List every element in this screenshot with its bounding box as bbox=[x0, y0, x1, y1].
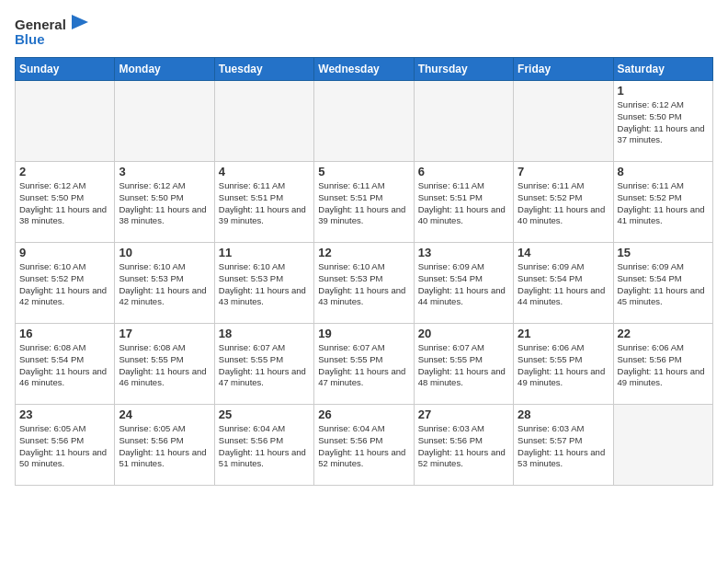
day-number: 5 bbox=[318, 165, 409, 178]
calendar-cell: 20Sunrise: 6:07 AM Sunset: 5:55 PM Dayli… bbox=[414, 324, 513, 405]
day-info: Sunrise: 6:10 AM Sunset: 5:53 PM Dayligh… bbox=[119, 261, 210, 308]
calendar-cell: 11Sunrise: 6:10 AM Sunset: 5:53 PM Dayli… bbox=[214, 243, 313, 324]
day-number: 12 bbox=[318, 246, 409, 259]
calendar-cell: 1Sunrise: 6:12 AM Sunset: 5:50 PM Daylig… bbox=[613, 81, 712, 162]
calendar-cell: 8Sunrise: 6:11 AM Sunset: 5:52 PM Daylig… bbox=[613, 162, 712, 243]
day-number: 8 bbox=[618, 165, 709, 178]
calendar-cell: 12Sunrise: 6:10 AM Sunset: 5:53 PM Dayli… bbox=[314, 243, 414, 324]
day-info: Sunrise: 6:10 AM Sunset: 5:53 PM Dayligh… bbox=[219, 261, 310, 308]
calendar-cell: 24Sunrise: 6:05 AM Sunset: 5:56 PM Dayli… bbox=[115, 405, 214, 486]
day-info: Sunrise: 6:09 AM Sunset: 5:54 PM Dayligh… bbox=[518, 261, 609, 308]
calendar-cell: 9Sunrise: 6:10 AM Sunset: 5:52 PM Daylig… bbox=[16, 243, 115, 324]
calendar-cell: 14Sunrise: 6:09 AM Sunset: 5:54 PM Dayli… bbox=[514, 243, 613, 324]
day-number: 18 bbox=[219, 327, 310, 340]
day-number: 21 bbox=[518, 327, 609, 340]
day-number: 17 bbox=[119, 327, 210, 340]
day-number: 7 bbox=[518, 165, 609, 178]
calendar-week-4: 16Sunrise: 6:08 AM Sunset: 5:54 PM Dayli… bbox=[16, 324, 713, 405]
calendar-cell: 18Sunrise: 6:07 AM Sunset: 5:55 PM Dayli… bbox=[214, 324, 313, 405]
svg-text:General: General bbox=[15, 17, 66, 32]
day-info: Sunrise: 6:11 AM Sunset: 5:52 PM Dayligh… bbox=[518, 180, 609, 227]
day-info: Sunrise: 6:10 AM Sunset: 5:53 PM Dayligh… bbox=[318, 261, 409, 308]
calendar-cell: 13Sunrise: 6:09 AM Sunset: 5:54 PM Dayli… bbox=[414, 243, 513, 324]
calendar-cell bbox=[514, 81, 613, 162]
calendar-cell: 27Sunrise: 6:03 AM Sunset: 5:56 PM Dayli… bbox=[414, 405, 513, 486]
calendar-cell bbox=[314, 81, 414, 162]
day-info: Sunrise: 6:06 AM Sunset: 5:55 PM Dayligh… bbox=[518, 342, 609, 389]
weekday-header-monday: Monday bbox=[115, 58, 214, 81]
day-info: Sunrise: 6:09 AM Sunset: 5:54 PM Dayligh… bbox=[618, 261, 709, 308]
day-info: Sunrise: 6:03 AM Sunset: 5:57 PM Dayligh… bbox=[518, 423, 609, 470]
weekday-header-wednesday: Wednesday bbox=[314, 58, 414, 81]
day-info: Sunrise: 6:08 AM Sunset: 5:55 PM Dayligh… bbox=[119, 342, 210, 389]
day-number: 13 bbox=[418, 246, 509, 259]
calendar-cell: 19Sunrise: 6:07 AM Sunset: 5:55 PM Dayli… bbox=[314, 324, 414, 405]
weekday-header-friday: Friday bbox=[514, 58, 613, 81]
day-info: Sunrise: 6:11 AM Sunset: 5:52 PM Dayligh… bbox=[618, 180, 709, 227]
day-number: 10 bbox=[119, 246, 210, 259]
day-info: Sunrise: 6:05 AM Sunset: 5:56 PM Dayligh… bbox=[19, 423, 110, 470]
day-info: Sunrise: 6:04 AM Sunset: 5:56 PM Dayligh… bbox=[219, 423, 310, 470]
day-number: 19 bbox=[318, 327, 409, 340]
calendar-cell: 28Sunrise: 6:03 AM Sunset: 5:57 PM Dayli… bbox=[514, 405, 613, 486]
weekday-header-sunday: Sunday bbox=[16, 58, 115, 81]
calendar-cell: 6Sunrise: 6:11 AM Sunset: 5:51 PM Daylig… bbox=[414, 162, 513, 243]
calendar-week-5: 23Sunrise: 6:05 AM Sunset: 5:56 PM Dayli… bbox=[16, 405, 713, 486]
day-number: 14 bbox=[518, 246, 609, 259]
day-info: Sunrise: 6:06 AM Sunset: 5:56 PM Dayligh… bbox=[618, 342, 709, 389]
day-info: Sunrise: 6:07 AM Sunset: 5:55 PM Dayligh… bbox=[318, 342, 409, 389]
day-info: Sunrise: 6:11 AM Sunset: 5:51 PM Dayligh… bbox=[318, 180, 409, 227]
day-number: 25 bbox=[219, 408, 310, 421]
calendar-cell bbox=[214, 81, 313, 162]
weekday-header-tuesday: Tuesday bbox=[214, 58, 313, 81]
day-info: Sunrise: 6:07 AM Sunset: 5:55 PM Dayligh… bbox=[219, 342, 310, 389]
day-info: Sunrise: 6:10 AM Sunset: 5:52 PM Dayligh… bbox=[19, 261, 110, 308]
day-number: 11 bbox=[219, 246, 310, 259]
day-info: Sunrise: 6:11 AM Sunset: 5:51 PM Dayligh… bbox=[219, 180, 310, 227]
calendar-cell: 2Sunrise: 6:12 AM Sunset: 5:50 PM Daylig… bbox=[16, 162, 115, 243]
calendar-cell bbox=[414, 81, 513, 162]
day-number: 4 bbox=[219, 165, 310, 178]
day-number: 24 bbox=[119, 408, 210, 421]
day-number: 2 bbox=[19, 165, 110, 178]
day-number: 20 bbox=[418, 327, 509, 340]
calendar-cell: 26Sunrise: 6:04 AM Sunset: 5:56 PM Dayli… bbox=[314, 405, 414, 486]
day-number: 27 bbox=[418, 408, 509, 421]
calendar-cell: 16Sunrise: 6:08 AM Sunset: 5:54 PM Dayli… bbox=[16, 324, 115, 405]
day-info: Sunrise: 6:07 AM Sunset: 5:55 PM Dayligh… bbox=[418, 342, 509, 389]
calendar-cell: 3Sunrise: 6:12 AM Sunset: 5:50 PM Daylig… bbox=[115, 162, 214, 243]
day-number: 28 bbox=[518, 408, 609, 421]
weekday-header-row: SundayMondayTuesdayWednesdayThursdayFrid… bbox=[16, 58, 713, 81]
calendar-week-3: 9Sunrise: 6:10 AM Sunset: 5:52 PM Daylig… bbox=[16, 243, 713, 324]
day-info: Sunrise: 6:12 AM Sunset: 5:50 PM Dayligh… bbox=[119, 180, 210, 227]
calendar-cell: 23Sunrise: 6:05 AM Sunset: 5:56 PM Dayli… bbox=[16, 405, 115, 486]
day-info: Sunrise: 6:03 AM Sunset: 5:56 PM Dayligh… bbox=[418, 423, 509, 470]
day-info: Sunrise: 6:08 AM Sunset: 5:54 PM Dayligh… bbox=[19, 342, 110, 389]
calendar-cell: 25Sunrise: 6:04 AM Sunset: 5:56 PM Dayli… bbox=[214, 405, 313, 486]
calendar-cell bbox=[16, 81, 115, 162]
page-header: GeneralBlue bbox=[15, 15, 713, 50]
day-number: 22 bbox=[618, 327, 709, 340]
calendar-cell: 10Sunrise: 6:10 AM Sunset: 5:53 PM Dayli… bbox=[115, 243, 214, 324]
day-number: 23 bbox=[19, 408, 110, 421]
weekday-header-thursday: Thursday bbox=[414, 58, 513, 81]
logo-svg: GeneralBlue bbox=[15, 15, 88, 50]
day-number: 15 bbox=[618, 246, 709, 259]
calendar-cell: 15Sunrise: 6:09 AM Sunset: 5:54 PM Dayli… bbox=[613, 243, 712, 324]
calendar-body: 1Sunrise: 6:12 AM Sunset: 5:50 PM Daylig… bbox=[16, 81, 713, 486]
calendar-cell: 21Sunrise: 6:06 AM Sunset: 5:55 PM Dayli… bbox=[514, 324, 613, 405]
calendar-week-2: 2Sunrise: 6:12 AM Sunset: 5:50 PM Daylig… bbox=[16, 162, 713, 243]
day-number: 16 bbox=[19, 327, 110, 340]
logo: GeneralBlue bbox=[15, 15, 88, 50]
calendar-cell: 22Sunrise: 6:06 AM Sunset: 5:56 PM Dayli… bbox=[613, 324, 712, 405]
day-number: 1 bbox=[618, 84, 709, 98]
calendar-cell: 7Sunrise: 6:11 AM Sunset: 5:52 PM Daylig… bbox=[514, 162, 613, 243]
day-info: Sunrise: 6:12 AM Sunset: 5:50 PM Dayligh… bbox=[19, 180, 110, 227]
day-info: Sunrise: 6:11 AM Sunset: 5:51 PM Dayligh… bbox=[418, 180, 509, 227]
day-number: 3 bbox=[119, 165, 210, 178]
svg-text:Blue: Blue bbox=[15, 31, 45, 47]
calendar-cell bbox=[115, 81, 214, 162]
calendar-table: SundayMondayTuesdayWednesdayThursdayFrid… bbox=[15, 57, 713, 486]
day-info: Sunrise: 6:09 AM Sunset: 5:54 PM Dayligh… bbox=[418, 261, 509, 308]
weekday-header-saturday: Saturday bbox=[613, 58, 712, 81]
